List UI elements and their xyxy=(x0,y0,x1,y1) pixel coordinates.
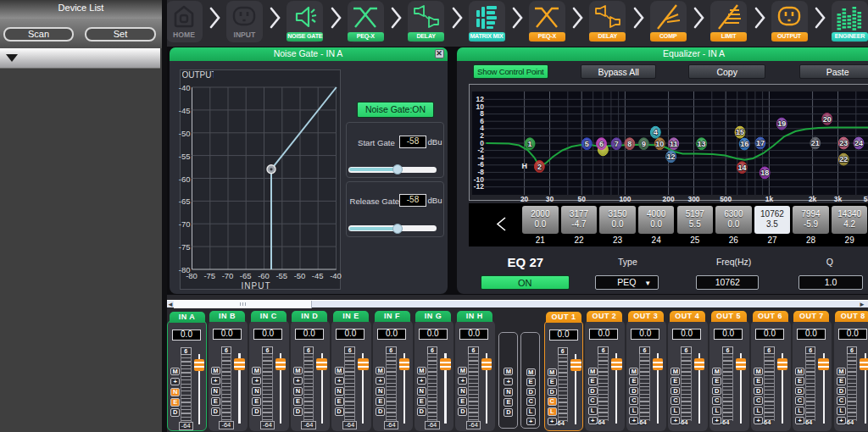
svg-text:2k: 2k xyxy=(809,195,817,203)
svg-text:11: 11 xyxy=(670,140,678,148)
svg-text:20: 20 xyxy=(520,195,529,203)
svg-text:15: 15 xyxy=(736,128,744,136)
svg-text:H: H xyxy=(521,162,527,170)
svg-text:2: 2 xyxy=(537,163,541,171)
svg-text:13: 13 xyxy=(697,140,705,148)
svg-text:50: 50 xyxy=(577,195,586,203)
svg-text:19: 19 xyxy=(777,119,786,128)
svg-text:6: 6 xyxy=(599,140,604,148)
svg-text:24: 24 xyxy=(854,139,863,147)
svg-text:9: 9 xyxy=(641,140,645,148)
svg-text:21: 21 xyxy=(810,139,819,147)
svg-text:4: 4 xyxy=(653,128,657,136)
svg-text:8: 8 xyxy=(627,140,632,148)
svg-text:-12: -12 xyxy=(473,182,483,191)
svg-text:23: 23 xyxy=(839,139,848,147)
svg-text:22: 22 xyxy=(839,155,848,163)
svg-text:1k: 1k xyxy=(765,195,773,203)
svg-text:5k: 5k xyxy=(863,195,868,203)
svg-text:20: 20 xyxy=(822,115,831,124)
svg-text:18: 18 xyxy=(760,169,769,177)
svg-text:10: 10 xyxy=(655,140,664,148)
svg-text:12: 12 xyxy=(666,152,675,161)
svg-text:300: 300 xyxy=(687,195,699,203)
svg-text:14: 14 xyxy=(737,163,746,172)
svg-text:7: 7 xyxy=(614,140,618,148)
svg-text:1: 1 xyxy=(527,140,531,148)
svg-text:3k: 3k xyxy=(833,195,842,203)
svg-text:200: 200 xyxy=(662,195,674,203)
svg-text:5: 5 xyxy=(584,140,588,148)
svg-text:30: 30 xyxy=(545,195,554,203)
svg-text:17: 17 xyxy=(755,139,764,147)
svg-text:16: 16 xyxy=(740,140,748,148)
svg-text:100: 100 xyxy=(619,195,631,203)
svg-text:500: 500 xyxy=(720,195,732,203)
